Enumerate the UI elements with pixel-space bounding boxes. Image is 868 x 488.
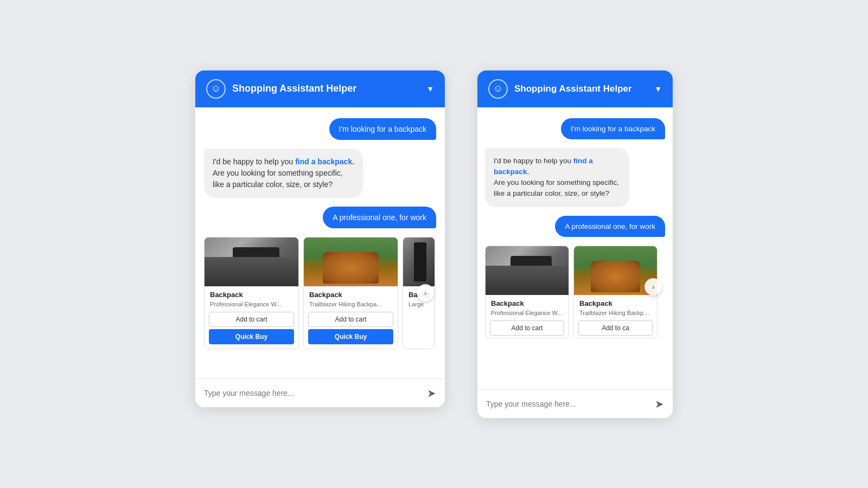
bot-avatar-icon-small: ☺ xyxy=(206,79,226,99)
chevron-down-icon-large[interactable]: ▼ xyxy=(654,85,662,93)
product-carousel-small: Backpack Professional Elegance W... Add … xyxy=(204,237,436,349)
bot-avatar-icon-large: ☺ xyxy=(488,79,508,99)
chat-input-large[interactable] xyxy=(486,400,649,408)
product-name-1: Backpack xyxy=(210,291,293,299)
add-to-cart-button-large-1[interactable]: Add to cart xyxy=(490,320,564,336)
product-info-2: Backpack Trailblazer Hiking Backpa... xyxy=(304,286,398,312)
bot-message-large-1: I'd be happy to help you find a backpack… xyxy=(485,148,629,207)
product-row-small: Backpack Professional Elegance W... Add … xyxy=(204,237,436,349)
product-info-1: Backpack Professional Elegance W... xyxy=(205,286,298,312)
product-desc-large-2: Trailblazer Hiking Backpa... xyxy=(579,310,652,316)
user-message-1: I'm looking for a backpack xyxy=(329,118,436,140)
quick-buy-button-2[interactable]: Quick Buy xyxy=(308,329,393,344)
send-icon-small: ➤ xyxy=(427,387,436,400)
product-carousel-large: Backpack Professional Elegance W... Add … xyxy=(485,246,665,338)
chat-input-area-large: ➤ xyxy=(477,389,673,418)
send-button-small[interactable]: ➤ xyxy=(427,387,436,400)
chat-widget-small: ☺ Shopping Assistant Helper ▼ I'm lookin… xyxy=(195,70,445,407)
bot-message-1: I'd be happy to help you find a backpack… xyxy=(204,149,363,198)
product-name-2: Backpack xyxy=(309,291,392,299)
send-icon-large: ➤ xyxy=(655,397,664,410)
product-desc-2: Trailblazer Hiking Backpa... xyxy=(309,301,392,307)
add-to-cart-button-large-2[interactable]: Add to ca xyxy=(578,320,653,336)
chat-messages-large: I'm looking for a backpack I'd be happy … xyxy=(477,107,673,389)
chat-title-small: Shopping Assistant Helper xyxy=(232,83,420,94)
chat-messages-small: I'm looking for a backpack I'd be happy … xyxy=(195,107,445,378)
product-info-large-2: Backpack Trailblazer Hiking Backpa... xyxy=(574,295,657,320)
highlight-text: find a backpack. xyxy=(295,157,354,166)
chat-input-area-small: ➤ xyxy=(195,378,445,407)
add-to-cart-button-2[interactable]: Add to cart xyxy=(308,312,393,327)
product-info-large-1: Backpack Professional Elegance W... xyxy=(486,295,569,320)
product-image-2 xyxy=(304,237,398,286)
chat-widget-large: ☺ Shopping Assistant Helper ▼ I'm lookin… xyxy=(477,70,673,418)
send-button-large[interactable]: ➤ xyxy=(655,397,664,410)
chat-title-large: Shopping Assistant Helper xyxy=(514,84,648,94)
product-image-large-1 xyxy=(486,246,569,295)
product-image-1 xyxy=(205,237,298,286)
product-name-large-1: Backpack xyxy=(491,299,563,307)
product-desc-1: Professional Elegance W... xyxy=(210,301,293,307)
product-name-large-2: Backpack xyxy=(579,299,652,307)
chat-header-large: ☺ Shopping Assistant Helper ▼ xyxy=(477,70,673,107)
user-message-large-2: A professional one, for work xyxy=(555,216,665,237)
product-card-large-2: Backpack Trailblazer Hiking Backpa... Ad… xyxy=(573,246,658,338)
add-to-cart-button-1[interactable]: Add to cart xyxy=(209,312,294,327)
user-message-2: A professional one, for work xyxy=(323,207,436,228)
quick-buy-button-1[interactable]: Quick Buy xyxy=(209,329,294,344)
carousel-next-button-large[interactable]: › xyxy=(644,278,662,296)
chevron-down-icon-small[interactable]: ▼ xyxy=(426,85,434,93)
highlight-text-large: find a backpack. xyxy=(494,157,593,176)
chat-input-small[interactable] xyxy=(204,389,422,397)
user-message-large-1: I'm looking for a backpack xyxy=(561,118,665,139)
product-image-3 xyxy=(403,237,435,286)
product-desc-large-1: Professional Elegance W... xyxy=(491,310,563,316)
product-card-2: Backpack Trailblazer Hiking Backpa... Ad… xyxy=(303,237,398,349)
chat-header-small: ☺ Shopping Assistant Helper ▼ xyxy=(195,70,445,107)
page-wrapper: ☺ Shopping Assistant Helper ▼ I'm lookin… xyxy=(174,38,694,451)
product-row-large: Backpack Professional Elegance W... Add … xyxy=(485,246,665,338)
product-card-1: Backpack Professional Elegance W... Add … xyxy=(204,237,299,349)
carousel-next-button-small[interactable]: › xyxy=(417,284,434,301)
product-card-large-1: Backpack Professional Elegance W... Add … xyxy=(485,246,569,338)
product-desc-3: Large xyxy=(409,301,429,307)
